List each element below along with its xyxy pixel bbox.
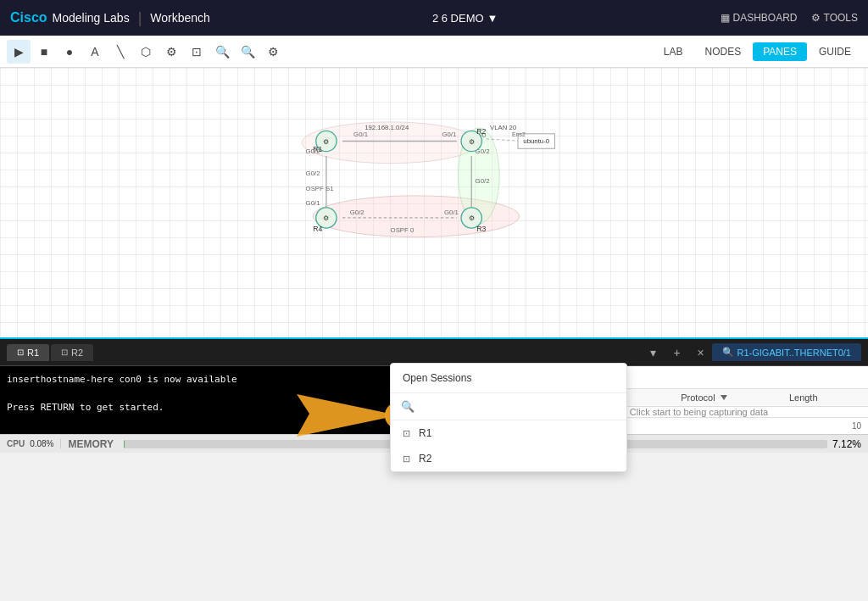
svg-text:G0/2: G0/2 [350, 209, 364, 216]
toolbar: ▶ ■ ● A ╲ ⬡ ⚙ ⊡ 🔍 🔍 ⚙ LAB NODES PANES GU… [0, 36, 868, 68]
tools-label: TOOLS [824, 12, 858, 24]
guide-tab[interactable]: GUIDE [809, 42, 861, 61]
add-session-button[interactable]: + [668, 343, 687, 362]
protocol-label: Protocol [681, 392, 715, 403]
dropdown-button[interactable]: ▾ [644, 343, 663, 362]
col-protocol: Protocol [681, 392, 789, 403]
svg-text:⚙: ⚙ [469, 138, 475, 146]
svg-text:⚙: ⚙ [469, 214, 475, 222]
session-r2-label: R2 [419, 453, 431, 465]
memory-label: MEMORY [68, 438, 114, 450]
grid-icon: ▦ [721, 12, 730, 24]
svg-text:OSPF 0: OSPF 0 [391, 226, 415, 234]
callout-arrow: 1 [288, 390, 407, 443]
lab-tab[interactable]: LAB [654, 42, 693, 61]
session-r1-label: R1 [419, 427, 431, 439]
tools-link[interactable]: ⚙ TOOLS [811, 12, 858, 24]
capture-tab-label: R1-GIGABIT..THERNET0/1 [737, 348, 851, 358]
cpu-status: CPU 0.08% [0, 439, 61, 448]
session-controls: ▾ + × [644, 343, 710, 362]
svg-text:R3: R3 [476, 225, 486, 233]
svg-text:⚙: ⚙ [323, 138, 329, 146]
rect-tool[interactable]: ■ [32, 40, 56, 64]
bottom-panels: ⊡ R1 ⊡ R2 ▾ + × 🔍 R1-GIGABIT..THERNET0/1… [0, 339, 868, 453]
open-sessions-search-input[interactable] [420, 401, 616, 413]
line-tool[interactable]: ╲ [108, 40, 132, 64]
open-sessions-dropdown: Open Sessions 🔍 ⊡ R1 ⊡ R2 [390, 363, 627, 472]
terminal-icon-os-r1: ⊡ [403, 428, 410, 439]
svg-text:Ens2: Ens2 [512, 131, 526, 137]
search-icon: 🔍 [401, 400, 415, 413]
terminal-icon-r2: ⊡ [61, 348, 68, 357]
header-right: ▦ DASHBOARD ⚙ TOOLS [721, 12, 858, 24]
select-tool[interactable]: ▶ [7, 40, 31, 64]
empty-text: Click start to being capturing data [630, 407, 768, 417]
header-center: 2 6 DEMO ▼ [210, 12, 721, 25]
open-sessions-title: Open Sessions [391, 364, 626, 393]
panes-tab[interactable]: PANES [753, 42, 807, 61]
capture-count: 10 [852, 421, 861, 431]
col-length: Length [789, 392, 861, 403]
text-tool[interactable]: A [83, 40, 107, 64]
svg-text:⚙: ⚙ [323, 214, 329, 222]
terminal-icon-os-r2: ⊡ [403, 454, 410, 465]
svg-text:G0/1: G0/1 [306, 199, 320, 207]
demo-button[interactable]: 2 6 DEMO ▼ [432, 12, 498, 25]
nodes-tab[interactable]: NODES [695, 42, 752, 61]
separator: | [138, 9, 142, 27]
zoom-out-tool[interactable]: 🔍 [236, 40, 259, 64]
share-tool[interactable]: ⬡ [134, 40, 158, 64]
svg-text:R4: R4 [313, 225, 322, 233]
svg-text:ubuntu-0: ubuntu-0 [523, 137, 549, 145]
dashboard-label: DASHBOARD [733, 12, 798, 24]
session-tab-r2[interactable]: ⊡ R2 [51, 344, 93, 361]
expand-tool[interactable]: ⊡ [185, 40, 209, 64]
logo: Cisco Modeling Labs [10, 10, 130, 25]
length-label: Length [789, 392, 818, 403]
svg-marker-37 [297, 394, 398, 437]
chevron-down-icon: ▼ [487, 12, 498, 25]
session-item-r2[interactable]: ⊡ R2 [391, 446, 626, 471]
header: Cisco Modeling Labs | Workbench 2 6 DEMO… [0, 0, 868, 36]
disk-value: 7.12% [832, 438, 861, 450]
dashboard-link[interactable]: ▦ DASHBOARD [721, 12, 798, 24]
svg-text:VLAN 20: VLAN 20 [490, 124, 517, 131]
memory-fill [124, 440, 125, 448]
settings-tool[interactable]: ⚙ [159, 40, 183, 64]
svg-text:G0/1: G0/1 [444, 209, 459, 216]
cpu-label: CPU [7, 439, 25, 448]
close-session-button[interactable]: × [692, 343, 710, 362]
toolbar-tools: ▶ ■ ● A ╲ ⬡ ⚙ ⊡ 🔍 🔍 ⚙ [7, 40, 285, 64]
session-tab-r1[interactable]: ⊡ R1 [7, 344, 49, 361]
session-item-r1[interactable]: ⊡ R1 [391, 420, 626, 446]
cisco-text: Cisco [10, 10, 47, 25]
workbench-label: Workbench [150, 11, 210, 25]
svg-text:R2: R2 [476, 127, 486, 136]
svg-text:192.168.1.0/24: 192.168.1.0/24 [364, 124, 409, 131]
svg-text:OSPF S1: OSPF S1 [306, 185, 334, 192]
capture-tab[interactable]: 🔍 R1-GIGABIT..THERNET0/1 [712, 343, 861, 361]
tab-r2-label: R2 [71, 348, 83, 358]
canvas-area[interactable]: G0/1 G0/1 G0/2 G0/2 OSPF S1 G0/1 G0/2 G0… [0, 68, 868, 339]
filter-icon-proto [721, 395, 727, 400]
svg-text:G0/2: G0/2 [306, 170, 320, 177]
cml-text: Modeling Labs [53, 11, 130, 25]
svg-text:G0/2: G0/2 [476, 177, 490, 185]
cpu-value: 0.08% [30, 439, 53, 448]
search-icon-capture: 🔍 [722, 347, 734, 358]
svg-text:G0/1: G0/1 [442, 131, 456, 138]
zoom-in-tool[interactable]: 🔍 [210, 40, 234, 64]
config-tool[interactable]: ⚙ [261, 40, 285, 64]
open-sessions-search: 🔍 [391, 393, 626, 420]
toolbar-tabs: LAB NODES PANES GUIDE [654, 42, 861, 61]
svg-text:R1: R1 [313, 145, 322, 153]
topology: G0/1 G0/1 G0/2 G0/2 OSPF S1 G0/1 G0/2 G0… [238, 76, 594, 246]
circle-tool[interactable]: ● [58, 40, 81, 64]
terminal-icon: ⊡ [17, 348, 24, 357]
tab-r1-label: R1 [27, 348, 39, 358]
gear-icon: ⚙ [811, 12, 821, 24]
demo-label: 2 6 DEMO [432, 12, 484, 25]
svg-text:G0/1: G0/1 [353, 131, 368, 138]
